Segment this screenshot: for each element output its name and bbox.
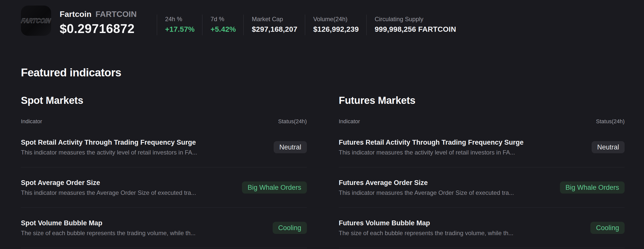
market-section-futures: Futures Markets Indicator Status(24h) Fu… — [339, 94, 625, 248]
stat-label: Circulating Supply — [375, 15, 456, 23]
indicator-row[interactable]: Spot Volume Bubble Map The size of each … — [21, 208, 307, 248]
indicator-description: The size of each bubble represents the t… — [339, 229, 514, 237]
stat-value: +5.42% — [210, 25, 236, 34]
coin-price: $0.29716872 — [60, 22, 137, 36]
market-section-spot: Spot Markets Indicator Status(24h) Spot … — [21, 94, 307, 248]
indicator-name[interactable]: Futures Average Order Size — [339, 178, 514, 187]
coin-name: Fartcoin — [60, 9, 91, 20]
indicator-row[interactable]: Futures Retail Activity Through Trading … — [339, 127, 625, 167]
indicator-row-text: Futures Volume Bubble Map The size of ea… — [339, 219, 520, 237]
coin-stat: 24h % +17.57% — [157, 15, 195, 35]
column-indicator: Indicator — [339, 118, 360, 125]
indicator-name[interactable]: Spot Retail Activity Through Trading Fre… — [21, 138, 197, 147]
column-status: Status(24h) — [278, 118, 307, 125]
coin-symbol: FARTCOIN — [95, 9, 137, 20]
status-badge: Neutral — [274, 141, 307, 153]
table-header: Indicator Status(24h) — [21, 118, 307, 127]
coin-logo: FARTCOIN — [21, 6, 51, 36]
indicator-row[interactable]: Spot Retail Activity Through Trading Fre… — [21, 127, 307, 167]
indicator-row[interactable]: Futures Volume Bubble Map The size of ea… — [339, 208, 625, 248]
stat-value: +17.57% — [165, 25, 195, 34]
coin-stat: Circulating Supply 999,998,256 FARTCOIN — [366, 15, 456, 35]
table-header: Indicator Status(24h) — [339, 118, 625, 127]
indicator-description: This indicator measures the Average Orde… — [339, 189, 514, 197]
indicator-rows: Spot Retail Activity Through Trading Fre… — [21, 127, 307, 248]
status-badge: Big Whale Orders — [242, 181, 307, 194]
column-status: Status(24h) — [596, 118, 625, 125]
market-title: Futures Markets — [339, 94, 625, 106]
indicator-name[interactable]: Futures Volume Bubble Map — [339, 219, 514, 227]
indicator-description: This indicator measures the Average Orde… — [21, 189, 196, 197]
coin-name-row: Fartcoin FARTCOIN — [60, 9, 137, 20]
indicator-row-text: Futures Retail Activity Through Trading … — [339, 138, 530, 156]
stat-label: Volume(24h) — [313, 15, 359, 23]
stat-value: $297,168,207 — [252, 25, 297, 34]
indicator-row-text: Futures Average Order Size This indicato… — [339, 178, 520, 197]
indicator-name[interactable]: Spot Volume Bubble Map — [21, 219, 196, 227]
indicator-description: The size of each bubble represents the t… — [21, 229, 196, 237]
indicator-name[interactable]: Futures Retail Activity Through Trading … — [339, 138, 524, 147]
stat-label: 24h % — [165, 15, 195, 23]
indicator-description: This indicator measures the activity lev… — [339, 149, 524, 156]
stat-value: 999,998,256 FARTCOIN — [375, 25, 456, 34]
market-title: Spot Markets — [21, 94, 307, 106]
coin-stat: 7d % +5.42% — [202, 15, 236, 35]
indicator-row[interactable]: Futures Average Order Size This indicato… — [339, 167, 625, 208]
status-badge: Big Whale Orders — [560, 181, 625, 194]
coin-logo-text: FARTCOIN — [21, 17, 51, 24]
indicator-name[interactable]: Spot Average Order Size — [21, 178, 196, 187]
indicator-row-text: Spot Volume Bubble Map The size of each … — [21, 219, 202, 237]
indicator-description: This indicator measures the activity lev… — [21, 149, 197, 156]
markets-grid: Spot Markets Indicator Status(24h) Spot … — [0, 94, 644, 248]
stat-label: Market Cap — [252, 15, 297, 23]
status-badge: Cooling — [590, 222, 625, 234]
column-indicator: Indicator — [21, 118, 42, 125]
stat-label: 7d % — [210, 15, 236, 23]
coin-stat: Volume(24h) $126,992,239 — [305, 15, 359, 35]
featured-indicators-title: Featured indicators — [21, 66, 625, 79]
indicator-row[interactable]: Spot Average Order Size This indicator m… — [21, 167, 307, 208]
status-badge: Neutral — [592, 141, 625, 153]
coin-header: FARTCOIN Fartcoin FARTCOIN $0.29716872 2… — [0, 0, 644, 36]
stat-value: $126,992,239 — [313, 25, 359, 34]
coin-stat: Market Cap $297,168,207 — [243, 15, 297, 35]
indicator-row-text: Spot Retail Activity Through Trading Fre… — [21, 138, 203, 156]
coin-stats: 24h % +17.57% 7d % +5.42% Market Cap $29… — [157, 15, 456, 35]
coin-meta: Fartcoin FARTCOIN $0.29716872 — [60, 6, 137, 36]
status-badge: Cooling — [273, 222, 307, 234]
indicator-rows: Futures Retail Activity Through Trading … — [339, 127, 625, 248]
indicator-row-text: Spot Average Order Size This indicator m… — [21, 178, 202, 197]
